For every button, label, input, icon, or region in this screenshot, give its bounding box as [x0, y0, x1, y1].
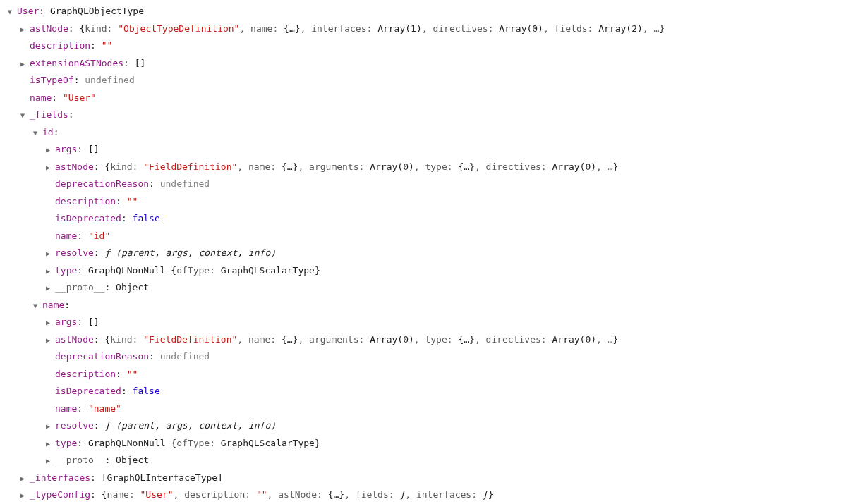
tree-row[interactable]: ▼id:: [6, 124, 840, 142]
name-args: args: [55, 316, 77, 327]
value-fragment: "User": [63, 92, 96, 103]
value-fragment: {: [74, 23, 85, 34]
value-fragment: , …: [596, 334, 612, 345]
colon: :: [90, 489, 96, 500]
colon: :: [94, 247, 99, 258]
value-fragment: [155, 351, 160, 362]
value-fragment: "ObjectTypeDefinition": [118, 23, 239, 34]
id-description: description: [55, 196, 116, 207]
value-fragment: , …: [596, 161, 612, 172]
disclosure-triangle-closed-icon[interactable]: ▶: [44, 280, 52, 297]
disclosure-triangle-open-icon[interactable]: ▼: [6, 4, 14, 20]
value-fragment: [57, 92, 63, 103]
disclosure-triangle-closed-icon[interactable]: ▶: [44, 314, 52, 331]
tree-row-content: name:: [42, 297, 70, 314]
tree-row[interactable]: ▶deprecationReason: undefined: [6, 348, 840, 366]
disclosure-triangle-closed-icon[interactable]: ▶: [18, 470, 27, 487]
tree-row-content: _typeConfig: {name: "User", description:…: [30, 486, 494, 503]
disclosure-triangle-closed-icon[interactable]: ▶: [44, 453, 52, 469]
tree-row[interactable]: ▶args: []: [6, 314, 840, 331]
value-fragment: }: [315, 438, 320, 448]
tree-row-content: args: []: [55, 141, 99, 158]
tree-row[interactable]: ▼_fields:: [6, 106, 840, 124]
tree-row[interactable]: ▼User: GraphQLObjectType: [6, 3, 840, 20]
value-fragment: , type:: [414, 161, 459, 172]
tree-row[interactable]: ▶name: "User": [6, 90, 840, 107]
id-deprecationReason: deprecationReason: [55, 178, 149, 189]
tree-row-content: description: "": [55, 193, 138, 210]
tree-row-content: deprecationReason: undefined: [55, 176, 210, 192]
disclosure-triangle-open-icon[interactable]: ▼: [31, 125, 40, 142]
disclosure-triangle-closed-icon[interactable]: ▶: [44, 142, 52, 159]
colon: :: [68, 109, 74, 120]
value-fragment: {…}: [282, 161, 298, 172]
colon: :: [52, 92, 57, 103]
tree-row[interactable]: ▶astNode: {kind: "ObjectTypeDefinition",…: [6, 20, 840, 38]
disclosure-triangle-closed-icon[interactable]: ▶: [44, 436, 52, 453]
tree-row-content: description: "": [30, 37, 112, 54]
user-isTypeOf: isTypeOf: [30, 75, 74, 85]
tree-row[interactable]: ▶type: GraphQLNonNull {ofType: GraphQLSc…: [6, 435, 840, 453]
tree-row[interactable]: ▶__proto__: Object: [6, 279, 840, 297]
value-fragment: ƒ: [483, 489, 488, 500]
tree-row[interactable]: ▶name: "id": [6, 228, 840, 245]
tree-row[interactable]: ▶type: GraphQLNonNull {ofType: GraphQLSc…: [6, 262, 840, 280]
tree-row-content: astNode: {kind: "ObjectTypeDefinition", …: [30, 20, 665, 37]
tree-row[interactable]: ▶description: "": [6, 37, 840, 55]
disclosure-triangle-closed-icon[interactable]: ▶: [44, 159, 52, 176]
disclosure-triangle-closed-icon[interactable]: ▶: [18, 56, 27, 73]
value-fragment: , arguments:: [298, 161, 370, 172]
tree-row[interactable]: ▶deprecationReason: undefined: [6, 176, 840, 193]
colon: :: [68, 23, 74, 34]
value-fragment: {…}: [458, 161, 474, 172]
tree-row[interactable]: ▶extensionASTNodes: []: [6, 55, 840, 73]
value-fragment: }: [315, 265, 320, 276]
tree-row[interactable]: ▼name:: [6, 297, 840, 314]
colon: :: [77, 144, 83, 154]
value-fragment: "User": [140, 489, 174, 500]
disclosure-triangle-closed-icon[interactable]: ▶: [18, 21, 27, 38]
disclosure-triangle-closed-icon[interactable]: ▶: [44, 332, 52, 349]
tree-row[interactable]: ▶astNode: {kind: "FieldDefinition", name…: [6, 331, 840, 349]
disclosure-triangle-closed-icon[interactable]: ▶: [44, 418, 52, 435]
tree-row[interactable]: ▶description: "": [6, 366, 840, 383]
tree-row-content: isTypeOf: undefined: [30, 72, 135, 89]
colon: :: [94, 420, 99, 431]
value-fragment: undefined: [160, 178, 210, 189]
value-fragment: "id": [88, 231, 110, 241]
disclosure-triangle-closed-icon[interactable]: ▶: [44, 245, 52, 262]
disclosure-triangle-closed-icon[interactable]: ▶: [18, 487, 27, 504]
value-fragment: kind:: [85, 23, 118, 34]
value-fragment: [121, 369, 127, 379]
colon: :: [77, 265, 83, 276]
disclosure-triangle-open-icon[interactable]: ▼: [31, 297, 40, 314]
user-astNode: astNode: [30, 23, 68, 34]
colon: :: [94, 161, 99, 172]
tree-row[interactable]: ▶_interfaces: [GraphQLInterfaceType]: [6, 469, 840, 487]
tree-row[interactable]: ▶resolve: ƒ (parent, args, context, info…: [6, 417, 840, 435]
colon: :: [123, 58, 129, 68]
user-name: name: [30, 92, 52, 103]
tree-row[interactable]: ▶description: "": [6, 193, 840, 211]
tree-row[interactable]: ▶__proto__: Object: [6, 452, 840, 469]
value-fragment: "FieldDefinition": [143, 161, 237, 172]
tree-row[interactable]: ▶_typeConfig: {name: "User", description…: [6, 486, 840, 504]
value-fragment: , astNode:: [267, 489, 328, 500]
tree-row[interactable]: ▶args: []: [6, 141, 840, 159]
colon: :: [121, 213, 127, 223]
value-fragment: []: [83, 144, 99, 154]
tree-row[interactable]: ▶resolve: ƒ (parent, args, context, info…: [6, 245, 840, 262]
disclosure-triangle-closed-icon[interactable]: ▶: [44, 263, 52, 280]
tree-row[interactable]: ▶isDeprecated: false: [6, 383, 840, 400]
value-fragment: , directives:: [422, 23, 500, 34]
value-fragment: kind:: [110, 161, 143, 172]
tree-row[interactable]: ▶astNode: {kind: "FieldDefinition", name…: [6, 159, 840, 176]
tree-row[interactable]: ▶isTypeOf: undefined: [6, 72, 840, 90]
tree-row[interactable]: ▶isDeprecated: false: [6, 210, 840, 228]
value-fragment: [96, 40, 102, 51]
disclosure-triangle-open-icon[interactable]: ▼: [18, 107, 27, 124]
user-description: description: [30, 40, 90, 51]
user-typeConfig: _typeConfig: [30, 489, 90, 500]
value-fragment: "": [127, 369, 138, 379]
tree-row[interactable]: ▶name: "name": [6, 400, 840, 418]
